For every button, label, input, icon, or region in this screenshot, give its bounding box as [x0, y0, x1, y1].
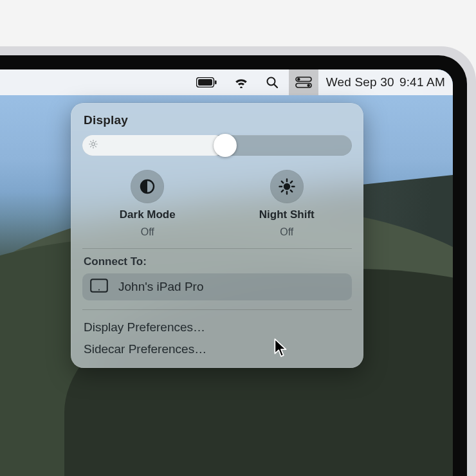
night-shift-label: Night Shift	[259, 208, 315, 221]
control-center-icon[interactable]	[289, 69, 318, 95]
svg-point-19	[284, 183, 290, 190]
screen: Wed Sep 309:41 AM Display	[0, 69, 453, 476]
sidecar-device-name: John's iPad Pro	[118, 280, 203, 294]
laptop-frame: Wed Sep 309:41 AM Display	[0, 46, 476, 476]
divider	[82, 248, 352, 249]
svg-point-8	[307, 84, 309, 87]
battery-icon[interactable]	[190, 69, 223, 95]
menubar-date: Wed Sep 30	[326, 75, 394, 89]
svg-rect-1	[198, 79, 212, 86]
menubar-time: 9:41 AM	[399, 75, 445, 89]
svg-point-9	[92, 143, 95, 146]
ipad-icon	[90, 279, 108, 296]
divider	[82, 309, 352, 310]
svg-line-4	[274, 84, 277, 87]
dark-mode-icon	[131, 170, 164, 203]
brightness-slider-fill	[82, 135, 225, 156]
svg-line-15	[95, 146, 96, 147]
sidecar-device-row[interactable]: John's iPad Pro	[82, 273, 352, 300]
svg-line-27	[290, 181, 292, 183]
night-shift-state: Off	[280, 226, 293, 238]
dark-mode-state: Off	[141, 226, 154, 238]
connect-to-label: Connect To:	[84, 255, 352, 268]
svg-point-6	[297, 78, 300, 80]
svg-line-26	[282, 190, 284, 192]
brightness-slider-knob[interactable]	[214, 134, 237, 157]
svg-rect-2	[215, 80, 217, 84]
panel-title: Display	[84, 113, 352, 127]
menubar: Wed Sep 309:41 AM	[0, 69, 453, 95]
night-shift-toggle[interactable]: Night Shift Off	[221, 167, 354, 239]
dark-mode-toggle[interactable]: Dark Mode Off	[81, 167, 214, 239]
night-shift-icon	[270, 170, 304, 203]
menubar-datetime[interactable]: Wed Sep 309:41 AM	[322, 75, 445, 89]
svg-line-24	[282, 181, 284, 183]
wifi-icon[interactable]	[227, 69, 255, 95]
display-preferences-link[interactable]: Display Preferences…	[82, 316, 352, 338]
display-panel: Display Dark Mode Off	[71, 103, 363, 368]
sidecar-preferences-link[interactable]: Sidecar Preferences…	[82, 338, 352, 360]
svg-line-14	[91, 142, 91, 142]
svg-line-17	[95, 142, 96, 142]
laptop-bezel: Wed Sep 309:41 AM Display	[0, 55, 467, 476]
brightness-slider[interactable]	[82, 135, 352, 156]
svg-line-16	[91, 146, 91, 147]
svg-point-29	[98, 289, 100, 290]
dark-mode-label: Dark Mode	[120, 208, 176, 221]
brightness-low-icon	[89, 140, 98, 151]
spotlight-icon[interactable]	[259, 69, 285, 95]
svg-line-25	[290, 190, 292, 192]
